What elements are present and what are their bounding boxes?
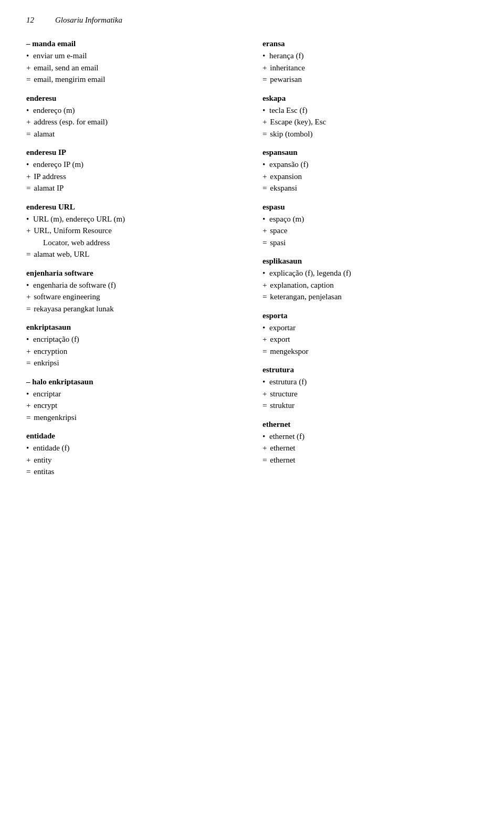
entry-line-enderesu-url-0: URL (m), endereço URL (m) [26,213,242,225]
entry-line-entidade-1: entity [26,454,242,466]
entry-line-enderesu-2: alamat [26,128,242,140]
entry-line-eskapa-2: skip (tombol) [262,128,478,140]
entry-title-estrutura: estrutura [262,365,478,374]
entry-line-manda-email-2: email, mengirim email [26,74,242,86]
entry-title-ethernet: ethernet [262,420,478,429]
entry-enjenharia-software: enjenharia softwareengenharia de softwar… [26,269,242,315]
entry-line-enderesu-url-3: alamat web, URL [26,248,242,260]
entry-esplikasaun: esplikasaunexplicação (f), legenda (f)ex… [262,257,478,303]
entry-title-enjenharia-software: enjenharia software [26,269,242,278]
entry-title-esplikasaun: esplikasaun [262,257,478,266]
entry-line-estrutura-0: estrutura (f) [262,376,478,388]
entry-line-esporta-0: exportar [262,322,478,334]
entry-line-enderesu-url-1: URL, Uniform Resource [26,225,242,237]
entry-enderesu: enderesuendereço (m)address (esp. for em… [26,94,242,140]
entry-title-eskapa: eskapa [262,94,478,103]
entry-line-eransa-2: pewarisan [262,74,478,86]
entry-enderesu-url: enderesu URLURL (m), endereço URL (m)URL… [26,203,242,260]
page-header: 12 Glosariu Informatika [26,16,478,25]
entry-line-espansaun-2: ekspansi [262,182,478,194]
entry-line-enkriptasaun-2: enkripsi [26,357,242,369]
entry-title-enderesu-ip: enderesu IP [26,148,242,157]
entry-line-espansaun-1: expansion [262,171,478,183]
entry-line-enjenharia-software-2: rekayasa perangkat lunak [26,303,242,315]
entry-title-enderesu: enderesu [26,94,242,103]
entry-line-halo-enkriptasaun-0: encriptar [26,388,242,400]
entry-espansaun: espansaunexpansão (f)expansionekspansi [262,148,478,194]
entry-title-esporta: esporta [262,311,478,320]
entry-line-enjenharia-software-1: software engineering [26,291,242,303]
entry-line-enderesu-ip-2: alamat IP [26,182,242,194]
entry-line-esplikasaun-1: explanation, caption [262,279,478,291]
entry-line-enderesu-0: endereço (m) [26,104,242,117]
entry-line-enderesu-ip-1: IP address [26,171,242,183]
entry-line-esporta-1: export [262,333,478,345]
entry-line-eskapa-1: Escape (key), Esc [262,116,478,128]
entry-line-enderesu-url-2: Locator, web address [26,237,242,249]
page-number: 12 [26,16,34,25]
entry-line-enkriptasaun-0: encriptação (f) [26,333,242,345]
entry-espasu: espasuespaço (m)spacespasi [262,203,478,249]
entry-title-halo-enkriptasaun: halo enkriptasaun [26,377,242,386]
entry-line-estrutura-2: struktur [262,400,478,412]
entry-enderesu-ip: enderesu IPendereço IP (m)IP addressalam… [26,148,242,194]
entry-line-eskapa-0: tecla Esc (f) [262,104,478,117]
entry-line-esporta-2: mengekspor [262,345,478,358]
entry-esporta: esportaexportarexportmengekspor [262,311,478,358]
entry-line-espasu-1: space [262,225,478,237]
entry-eransa: eransaherança (f)inheritancepewarisan [262,39,478,86]
entry-line-enderesu-1: address (esp. for email) [26,116,242,128]
entry-manda-email: manda emailenviar um e-mailemail, send a… [26,39,242,86]
entry-eskapa: eskapatecla Esc (f)Escape (key), Escskip… [262,94,478,140]
entry-line-espasu-0: espaço (m) [262,213,478,225]
entry-title-eransa: eransa [262,39,478,48]
entry-line-halo-enkriptasaun-1: encrypt [26,400,242,412]
entry-title-enkriptasaun: enkriptasaun [26,323,242,332]
entry-title-espansaun: espansaun [262,148,478,157]
entry-title-espasu: espasu [262,203,478,212]
entry-line-entidade-0: entidade (f) [26,442,242,454]
entry-enkriptasaun: enkriptasaunencriptação (f)encryptionenk… [26,323,242,369]
entry-line-manda-email-1: email, send an email [26,62,242,74]
entry-ethernet: ethernetethernet (f)ethernetethernet [262,420,478,466]
right-column: eransaherança (f)inheritancepewarisanesk… [262,39,478,486]
entry-line-estrutura-1: structure [262,388,478,400]
entry-title-manda-email: manda email [26,39,242,48]
entry-line-esplikasaun-2: keterangan, penjelasan [262,291,478,303]
page-title: Glosariu Informatika [55,16,122,25]
entry-line-enjenharia-software-0: engenharia de software (f) [26,279,242,291]
entry-line-espasu-2: spasi [262,237,478,249]
two-column-layout: manda emailenviar um e-mailemail, send a… [26,39,478,486]
entry-line-ethernet-2: ethernet [262,454,478,466]
entry-title-entidade: entidade [26,432,242,441]
entry-line-enderesu-ip-0: endereço IP (m) [26,159,242,171]
entry-line-ethernet-0: ethernet (f) [262,431,478,443]
entry-line-halo-enkriptasaun-2: mengenkripsi [26,412,242,424]
entry-title-enderesu-url: enderesu URL [26,203,242,212]
entry-line-entidade-2: entitas [26,466,242,478]
entry-estrutura: estruturaestrutura (f)structurestruktur [262,365,478,412]
entry-entidade: entidadeentidade (f)entityentitas [26,432,242,478]
entry-line-esplikasaun-0: explicação (f), legenda (f) [262,267,478,279]
entry-halo-enkriptasaun: halo enkriptasaunencriptarencryptmengenk… [26,377,242,424]
entry-line-enkriptasaun-1: encryption [26,345,242,358]
entry-line-espansaun-0: expansão (f) [262,159,478,171]
left-column: manda emailenviar um e-mailemail, send a… [26,39,242,486]
entry-line-ethernet-1: ethernet [262,442,478,454]
entry-line-eransa-1: inheritance [262,62,478,74]
entry-line-manda-email-0: enviar um e-mail [26,50,242,62]
entry-line-eransa-0: herança (f) [262,50,478,62]
